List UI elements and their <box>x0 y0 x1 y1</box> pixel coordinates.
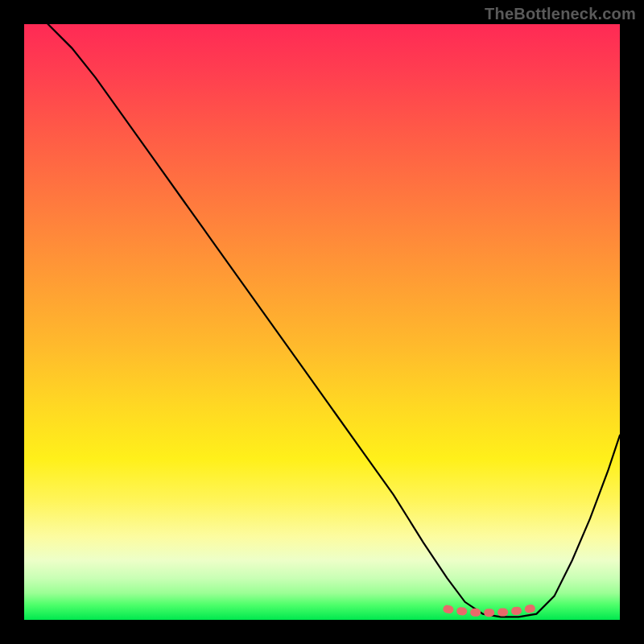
plot-area <box>24 24 620 620</box>
chart-root: TheBottleneck.com <box>0 0 644 644</box>
curve-layer <box>24 24 620 620</box>
minimum-marker <box>447 608 536 613</box>
bottleneck-curve <box>48 24 620 617</box>
watermark: TheBottleneck.com <box>485 5 636 23</box>
